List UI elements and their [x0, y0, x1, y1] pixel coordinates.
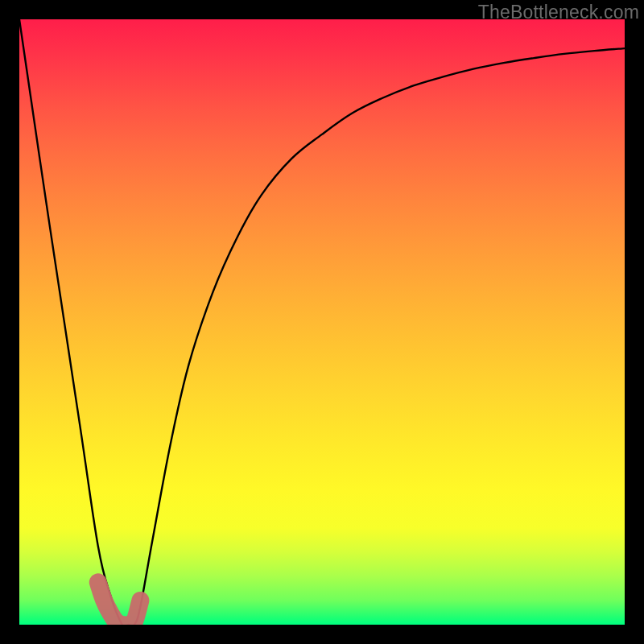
chart-svg: [19, 19, 625, 625]
chart-stage: TheBottleneck.com: [0, 0, 644, 644]
bottleneck-curve: [19, 19, 625, 625]
chart-series-group: [19, 19, 625, 625]
plot-area: [19, 19, 625, 625]
highlight-segment: [98, 582, 141, 625]
